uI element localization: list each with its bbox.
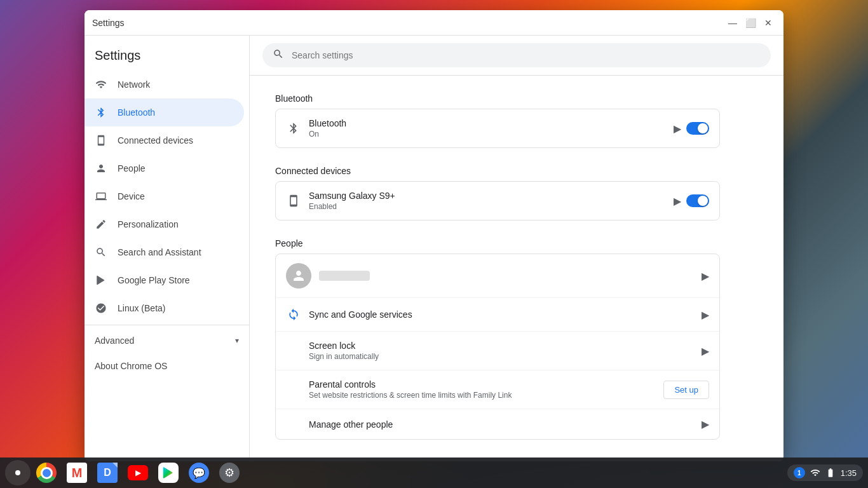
taskbar-right: 1 1:35 [787,464,863,481]
sidebar-item-bluetooth[interactable]: Bluetooth [85,98,244,126]
screen-lock-row[interactable]: Screen lock Sign in automatically ▶ [276,332,719,370]
taskbar-app-docs[interactable]: D [93,459,121,487]
bluetooth-label: Bluetooth [309,118,666,128]
notification-badge: 1 [794,467,805,478]
bluetooth-card: Bluetooth On ▶ [275,109,720,148]
sidebar-item-device[interactable]: Device [85,182,244,210]
youtube-icon: ▶ [128,465,148,480]
search-bar-container [250,36,783,76]
taskbar: M D ▶ [0,458,868,488]
sidebar-about-label: About Chrome OS [95,361,167,371]
search-input[interactable] [292,50,761,60]
linux-icon [95,302,107,315]
sidebar-advanced-label: Advanced [95,336,134,346]
sync-icon [286,307,301,322]
parental-controls-row[interactable]: Parental controls Set website restrictio… [276,370,719,409]
main-content: Bluetooth Bluetooth On [250,76,783,461]
minimize-button[interactable]: — [725,15,740,30]
system-tray[interactable]: 1 1:35 [787,464,863,481]
settings-icon: ⚙ [219,463,240,483]
sidebar-network-label: Network [118,79,150,90]
account-row[interactable]: ▶ [276,254,719,298]
sidebar-linux-label: Linux (Beta) [118,303,165,313]
maximize-button[interactable]: ⬜ [743,15,758,30]
sidebar-item-google-play[interactable]: Google Play Store [85,266,244,294]
parental-setup-button[interactable]: Set up [663,381,709,399]
bluetooth-icon [95,106,107,119]
connected-device-actions: ▶ [674,194,709,207]
bluetooth-section-title: Bluetooth [275,88,720,104]
search-bar[interactable] [262,43,771,67]
content-area: Bluetooth Bluetooth On [250,76,745,461]
sidebar-item-people[interactable]: People [85,154,244,182]
account-chevron-icon: ▶ [702,270,709,282]
account-name-block [319,271,370,281]
window-body: Settings Network Bluetooth [85,36,783,461]
laptop-icon [95,190,107,203]
sidebar-item-network[interactable]: Network [85,71,244,98]
wifi-status-icon [810,468,820,478]
sidebar-item-linux[interactable]: Linux (Beta) [85,294,244,322]
parental-label: Parental controls [309,379,656,390]
settings-window: Settings — ⬜ ✕ Settings Network [85,10,783,461]
sync-label: Sync and Google services [309,309,694,320]
window-title: Settings [92,18,125,28]
connected-device-toggle[interactable] [686,194,709,207]
sidebar-about[interactable]: About Chrome OS [85,353,249,379]
sidebar-divider [85,325,249,325]
manage-people-label: Manage other people [309,419,694,430]
edit-icon [95,218,107,231]
screen-lock-chevron-icon: ▶ [702,345,709,357]
sidebar-advanced[interactable]: Advanced ▾ [85,328,249,353]
sidebar-title: Settings [85,36,249,71]
parental-text: Parental controls Set website restrictio… [286,379,656,400]
screen-lock-sub: Sign in automatically [309,352,694,361]
bluetooth-status: On [309,130,666,139]
bluetooth-actions: ▶ [674,122,709,135]
docs-icon: D [104,467,111,478]
title-bar: Settings — ⬜ ✕ [85,10,783,36]
search-icon [273,48,284,62]
screen-lock-label: Screen lock [309,341,694,351]
bluetooth-toggle[interactable] [686,122,709,135]
docs-corner [112,463,118,468]
close-button[interactable]: ✕ [761,15,776,30]
bluetooth-row[interactable]: Bluetooth On ▶ [276,109,719,147]
chevron-down-icon: ▾ [235,336,239,345]
launcher-icon [15,470,20,475]
sidebar-personalization-label: Personalization [118,219,179,229]
avatar [286,263,311,288]
sidebar-play-label: Google Play Store [118,275,190,285]
taskbar-app-gmail[interactable]: M [63,459,91,487]
sidebar-item-connected-devices[interactable]: Connected devices [85,126,244,154]
manage-people-row[interactable]: Manage other people ▶ [276,409,719,439]
play-store-icon [158,463,179,483]
sync-row[interactable]: Sync and Google services ▶ [276,298,719,332]
manage-people-text: Manage other people [286,419,694,430]
connected-device-status: Enabled [309,202,666,211]
bluetooth-chevron-icon: ▶ [674,123,681,135]
connected-device-row[interactable]: Samsung Galaxy S9+ Enabled ▶ [276,182,719,220]
person-icon [95,162,107,175]
bluetooth-row-icon [286,121,301,136]
clock: 1:35 [841,468,857,478]
launcher-button[interactable] [5,460,31,485]
taskbar-app-messages[interactable]: 💬 [185,459,213,487]
play-store-icon [95,274,107,287]
connected-devices-card: Samsung Galaxy S9+ Enabled ▶ [275,181,720,220]
messages-icon: 💬 [189,463,209,483]
gmail-icon: M [67,463,87,483]
sidebar-connected-label: Connected devices [118,135,193,146]
chrome-icon [36,463,57,483]
battery-icon [825,468,836,478]
taskbar-app-chrome[interactable] [32,459,60,487]
taskbar-app-play[interactable] [154,459,182,487]
screen-lock-text: Screen lock Sign in automatically [286,341,694,361]
phone-icon [286,193,301,208]
sidebar-item-personalization[interactable]: Personalization [85,210,244,238]
sidebar-item-search-assistant[interactable]: Search and Assistant [85,238,244,266]
sidebar-people-label: People [118,163,146,173]
taskbar-app-settings[interactable]: ⚙ [215,459,243,487]
taskbar-app-youtube[interactable]: ▶ [124,459,152,487]
devices-icon [95,134,107,147]
